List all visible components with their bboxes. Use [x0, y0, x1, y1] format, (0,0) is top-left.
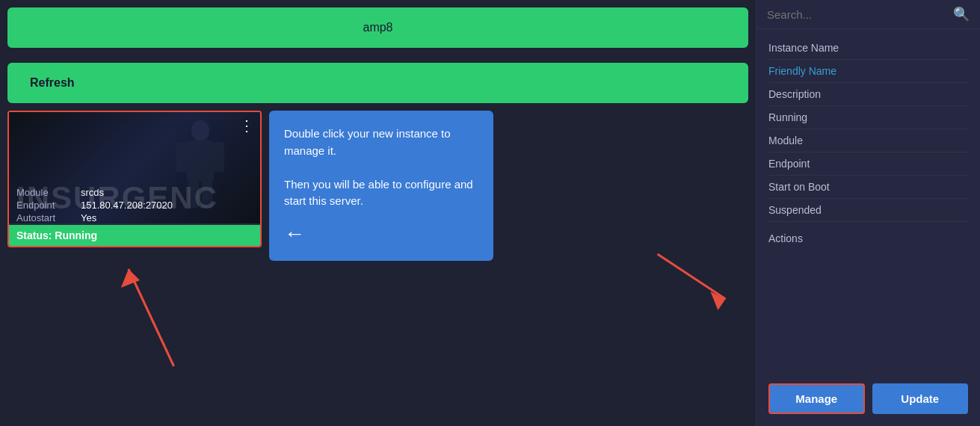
svg-rect-1	[187, 141, 214, 182]
autostart-value: Yes	[81, 212, 96, 223]
prop-description: Description	[768, 83, 968, 106]
autostart-label: Autostart	[16, 212, 69, 223]
prop-running: Running	[768, 106, 968, 129]
prop-module: Module	[768, 129, 968, 152]
prop-suspended: Suspended	[768, 199, 968, 222]
svg-point-0	[191, 120, 209, 141]
endpoint-value: 151.80.47.208:27020	[81, 200, 173, 211]
instance-name: amp8	[363, 21, 392, 34]
prop-endpoint: Endpoint	[768, 152, 968, 176]
main-content: amp8 Refresh	[0, 0, 756, 426]
update-button[interactable]: Update	[872, 383, 969, 414]
module-row: Module srcds	[16, 187, 253, 198]
manage-button[interactable]: Manage	[768, 383, 865, 414]
actions-buttons: Manage Update	[756, 376, 980, 426]
svg-rect-3	[214, 142, 224, 172]
sidebar: 🔍 Instance Name Friendly Name Descriptio…	[756, 0, 980, 426]
search-icon: 🔍	[953, 6, 970, 22]
sidebar-props: Instance Name Friendly Name Description …	[756, 29, 980, 376]
prop-instance-name: Instance Name	[768, 37, 968, 60]
endpoint-label: Endpoint	[16, 200, 69, 211]
guide-arrow-icon: ←	[284, 222, 478, 246]
endpoint-row: Endpoint 151.80.47.208:27020	[16, 200, 253, 211]
prop-friendly-name: Friendly Name	[768, 60, 968, 83]
autostart-row: Autostart Yes	[16, 212, 253, 223]
guide-text: Double click your new instance to manage…	[284, 126, 478, 210]
search-bar: 🔍	[756, 0, 980, 29]
search-input[interactable]	[767, 8, 953, 21]
svg-line-6	[129, 269, 174, 366]
actions-label: Actions	[768, 222, 968, 250]
svg-marker-9	[710, 291, 725, 310]
prop-start-on-boot: Start on Boot	[768, 176, 968, 199]
module-value: srcds	[81, 187, 104, 198]
instances-row: INSURGENC ⋮ Module srcds Endpoint 151.80…	[7, 111, 748, 261]
status-badge: Status: Running	[9, 225, 260, 246]
svg-rect-2	[176, 142, 187, 172]
svg-line-8	[658, 254, 726, 299]
instance-card[interactable]: INSURGENC ⋮ Module srcds Endpoint 151.80…	[7, 111, 262, 247]
module-label: Module	[16, 187, 69, 198]
svg-marker-7	[121, 269, 140, 288]
card-menu-button[interactable]: ⋮	[239, 118, 254, 133]
guide-box: Double click your new instance to manage…	[269, 111, 493, 261]
instance-header[interactable]: amp8	[7, 7, 748, 48]
refresh-button[interactable]: Refresh	[7, 63, 748, 103]
